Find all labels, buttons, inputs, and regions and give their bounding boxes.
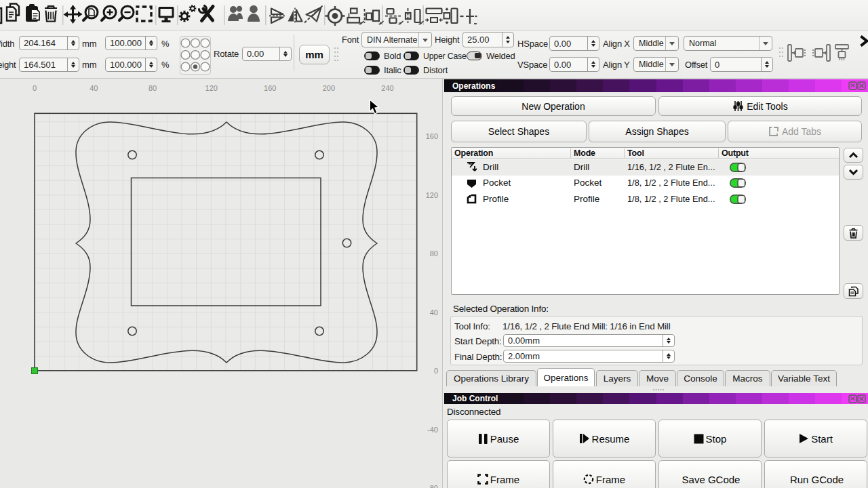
svg-text:200: 200 bbox=[323, 84, 335, 92]
svg-text:80: 80 bbox=[149, 84, 157, 92]
svg-text:-40: -40 bbox=[427, 426, 438, 434]
svg-text:160: 160 bbox=[264, 84, 276, 92]
svg-text:0: 0 bbox=[434, 367, 438, 375]
svg-text:40: 40 bbox=[90, 84, 98, 92]
svg-text:120: 120 bbox=[426, 191, 438, 199]
svg-text:240: 240 bbox=[381, 84, 393, 92]
svg-text:40: 40 bbox=[430, 308, 438, 317]
svg-text:0: 0 bbox=[33, 84, 37, 92]
svg-text:-80: -80 bbox=[427, 484, 438, 488]
svg-text:160: 160 bbox=[426, 132, 438, 140]
svg-text:120: 120 bbox=[205, 84, 218, 92]
svg-text:80: 80 bbox=[430, 249, 438, 258]
